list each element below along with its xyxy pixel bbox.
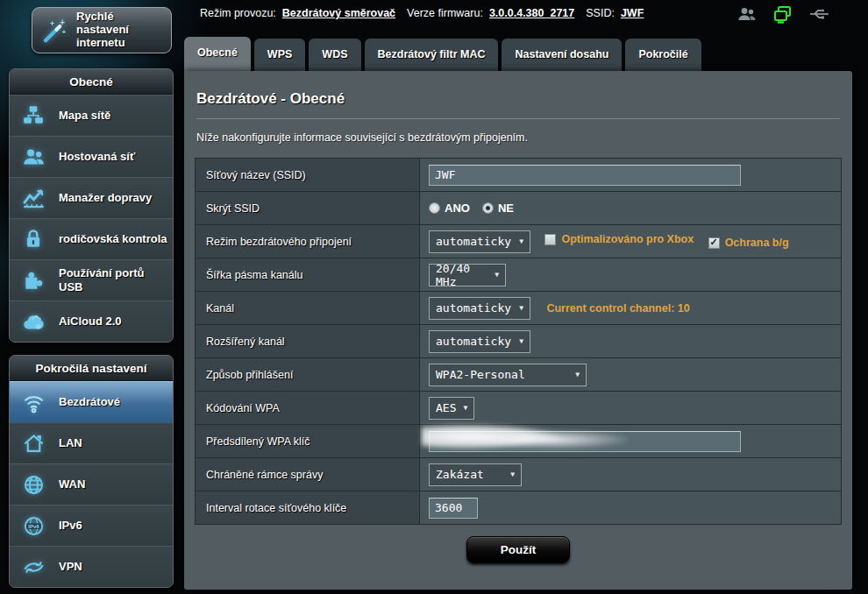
- sidebar-item-guest-network[interactable]: Hostovaná síť: [10, 136, 173, 177]
- key-rotation-label: Interval rotace síťového klíče: [196, 491, 420, 525]
- table-row: Režim bezdrátového připojení automaticky…: [196, 225, 842, 258]
- firmware-version-link[interactable]: 3.0.0.4.380_2717: [489, 7, 574, 19]
- sidebar-item-wireless[interactable]: Bezdrátové: [10, 381, 173, 422]
- vpn-icon: [18, 554, 48, 580]
- clients-icon[interactable]: [736, 4, 758, 25]
- main-content: Obecné WPS WDS Bezdrátový filtr MAC Nast…: [184, 35, 852, 590]
- sidebar-item-traffic-manager[interactable]: Manažer dopravy: [10, 177, 173, 218]
- key-rotation-input[interactable]: [429, 498, 478, 519]
- extension-channel-value: automaticky: [436, 335, 511, 348]
- table-row: Chráněné rámce správy Zakázat ▼: [196, 458, 842, 491]
- checkbox-unchecked[interactable]: [544, 234, 556, 245]
- tab-radius-setting[interactable]: Nastavení dosahu: [502, 39, 622, 71]
- settings-panel: Bezdrátové - Obecné Níže nakonfigurujte …: [184, 71, 852, 590]
- svg-text:+: +: [60, 18, 65, 27]
- sidebar-item-label: Manažer dopravy: [59, 191, 152, 205]
- tab-wps[interactable]: WPS: [254, 39, 305, 71]
- wireless-mode-select[interactable]: automaticky ▼: [429, 230, 530, 253]
- parental-control-icon: [18, 226, 48, 252]
- wpa-encryption-select[interactable]: AES ▼: [429, 397, 474, 420]
- sidebar-item-label: LAN: [59, 436, 82, 450]
- xbox-optimized-checkbox[interactable]: Optimalizováno pro Xbox: [544, 233, 694, 245]
- chevron-down-icon: ▼: [519, 237, 523, 245]
- ssid-field-label: Síťový název (SSID): [196, 159, 420, 192]
- sidebar-item-label: WAN: [59, 477, 85, 491]
- protected-frames-label: Chráněné rámce správy: [196, 458, 420, 491]
- usb-application-icon: [18, 267, 48, 293]
- radio-no[interactable]: [482, 202, 494, 214]
- sidebar-item-label: Hostovaná síť: [59, 150, 135, 164]
- wpa-encryption-label: Kódování WPA: [196, 392, 420, 425]
- tab-wds[interactable]: WDS: [309, 39, 360, 71]
- sidebar-item-network-map[interactable]: Mapa sítě: [10, 95, 173, 136]
- protected-frames-value: Zakázat: [436, 468, 484, 481]
- channel-value: automaticky: [436, 301, 511, 315]
- channel-bandwidth-value: 20/40 MHz: [436, 262, 487, 288]
- table-row: Skrýt SSID ANO NE: [196, 192, 842, 225]
- extension-channel-label: Rozšířený kanál: [196, 325, 420, 358]
- table-row: Rozšířený kanál automaticky ▼: [196, 325, 842, 358]
- guest-network-icon: [18, 144, 48, 170]
- checkbox-checked[interactable]: [708, 237, 720, 249]
- magic-wand-icon: + + +: [39, 18, 69, 44]
- quick-internet-setup-label: Rychlé nastavení internetu: [76, 11, 164, 50]
- chevron-down-icon: ▼: [494, 271, 499, 279]
- table-row: Kódování WPA AES ▼: [196, 392, 842, 425]
- ssid-link[interactable]: JWF: [621, 7, 644, 19]
- table-row: Kanál automaticky ▼ Current control chan…: [196, 292, 842, 325]
- auth-method-label: Způsob přihlášení: [196, 358, 420, 392]
- radio-yes[interactable]: [429, 202, 440, 214]
- bg-protection-checkbox[interactable]: Ochrana b/g: [708, 237, 789, 249]
- operation-mode-link[interactable]: Bezdrátový směrovač: [282, 7, 395, 19]
- channel-label: Kanál: [196, 292, 420, 325]
- sidebar-item-label: Používání portů USB: [59, 266, 167, 293]
- traffic-manager-icon: [18, 185, 48, 211]
- hide-ssid-yes-option[interactable]: ANO: [429, 202, 470, 215]
- tab-obecne[interactable]: Obecné: [184, 37, 251, 71]
- table-row: Předsdílený WPA klíč: [196, 425, 842, 458]
- network-map-icon: [18, 103, 48, 129]
- chevron-down-icon: ▼: [575, 371, 580, 378]
- quick-internet-setup-button[interactable]: + + + Rychlé nastavení internetu: [32, 7, 172, 53]
- protected-frames-select[interactable]: Zakázat ▼: [429, 463, 522, 486]
- sidebar-item-label: AiCloud 2.0: [59, 315, 122, 329]
- sidebar-item-label: rodičovská kontrola: [59, 232, 167, 246]
- sidebar-item-wan[interactable]: WAN: [10, 463, 173, 505]
- sidebar-item-lan[interactable]: LAN: [10, 422, 173, 463]
- wan-icon: [18, 471, 48, 498]
- sidebar-item-usb-application[interactable]: Používání portů USB: [10, 259, 173, 301]
- lan-icon: [18, 430, 48, 456]
- xbox-optimized-label: Optimalizováno pro Xbox: [561, 233, 694, 245]
- wpa-key-input[interactable]: [429, 431, 741, 452]
- channel-bandwidth-select[interactable]: 20/40 MHz ▼: [429, 264, 506, 286]
- tab-professional[interactable]: Pokročilé: [625, 39, 701, 71]
- auth-method-select[interactable]: WPA2-Personal ▼: [429, 364, 587, 386]
- ssid-label: SSID:: [586, 7, 615, 19]
- tab-wireless-mac-filter[interactable]: Bezdrátový filtr MAC: [365, 39, 499, 71]
- radio-yes-label: ANO: [445, 202, 470, 215]
- page-title: Bezdrátové - Obecné: [196, 90, 842, 108]
- auth-method-value: WPA2-Personal: [436, 368, 525, 381]
- ssid-input[interactable]: [429, 165, 741, 186]
- network-devices-icon[interactable]: [772, 4, 793, 25]
- svg-text:+: +: [50, 19, 54, 28]
- wireless-icon: [18, 389, 48, 415]
- usb-icon[interactable]: [808, 4, 829, 25]
- hide-ssid-no-option[interactable]: NE: [482, 202, 514, 215]
- apply-button[interactable]: Použít: [466, 536, 570, 563]
- hide-ssid-label: Skrýt SSID: [196, 192, 420, 225]
- sidebar-item-parental-control[interactable]: rodičovská kontrola: [10, 218, 173, 259]
- sidebar-item-aicloud[interactable]: AiCloud 2.0: [10, 301, 173, 342]
- current-channel-note: Current control channel: 10: [546, 302, 689, 315]
- sidebar-general-title: Obecné: [10, 69, 173, 95]
- channel-select[interactable]: automaticky ▼: [429, 297, 530, 320]
- page-description: Níže nakonfigurujte informace souvisejíc…: [196, 131, 842, 144]
- sidebar-item-vpn[interactable]: VPN: [10, 546, 173, 587]
- wireless-mode-value: automaticky: [436, 235, 511, 248]
- wpa-encryption-value: AES: [436, 401, 456, 414]
- chevron-down-icon: ▼: [519, 337, 523, 345]
- operation-mode-label: Režim provozu:: [200, 7, 276, 19]
- extension-channel-select[interactable]: automaticky ▼: [429, 330, 530, 353]
- router-admin-page: Režim provozu: Bezdrátový směrovač Verze…: [0, 0, 868, 594]
- sidebar-item-ipv6[interactable]: IPv6 IPv6: [10, 505, 173, 546]
